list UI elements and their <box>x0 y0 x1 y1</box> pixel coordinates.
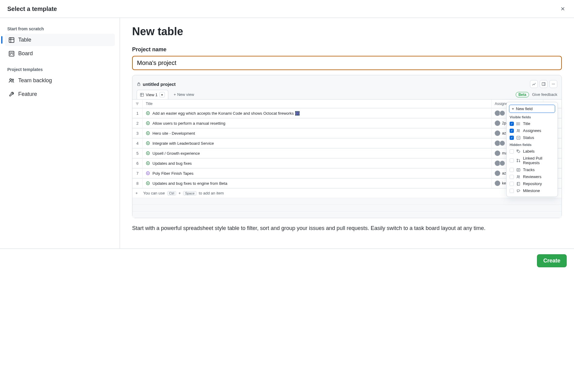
tools-icon <box>9 91 15 97</box>
new-field-button[interactable]: + New field <box>509 105 555 113</box>
row-number: 1 <box>132 109 143 118</box>
svg-point-43 <box>517 129 518 130</box>
field-labels[interactable]: Labels <box>509 148 555 155</box>
filter-icon[interactable] <box>132 100 143 108</box>
svg-point-12 <box>552 84 552 84</box>
create-button[interactable]: Create <box>537 254 567 267</box>
title-cell[interactable]: Allow users to perform a manual resettin… <box>143 119 492 128</box>
checkbox-icon[interactable]: ✓ <box>510 136 514 140</box>
field-milestone[interactable]: Milestone <box>509 187 555 194</box>
people-icon <box>516 175 521 179</box>
close-icon[interactable] <box>559 5 567 13</box>
list-icon <box>516 122 521 126</box>
table-row[interactable]: 8Updates and bug fixes to engine from Be… <box>132 178 562 188</box>
checkbox-icon[interactable]: ✓ <box>510 122 514 126</box>
sidebar-item-table[interactable]: Table <box>5 34 115 46</box>
checkbox-icon[interactable] <box>510 175 514 179</box>
kbd-ctrl: Ctrl <box>167 191 176 195</box>
avatar <box>500 161 505 166</box>
give-feedback-link[interactable]: Give feedback <box>532 92 557 97</box>
table-row[interactable]: 6Updates and bug fixesazenMatt and j0s <box>132 158 562 168</box>
title-cell[interactable]: Hero site - Development <box>143 129 492 138</box>
project-name-label: Project name <box>132 46 562 53</box>
checkbox-icon[interactable] <box>510 158 514 163</box>
plus-icon: + <box>135 191 138 195</box>
table-row[interactable]: 3Hero site - DevelopmentazenMatt <box>132 128 562 138</box>
issue-open-icon <box>146 121 150 125</box>
panel-icon[interactable] <box>540 80 548 88</box>
table-row[interactable]: 7Poly Fiber Finish TapesazenMatt <box>132 168 562 178</box>
add-item-row[interactable]: + You can use Ctrl + Space to add an ite… <box>132 188 562 198</box>
field-tracks[interactable]: Tracks <box>509 166 555 173</box>
svg-rect-0 <box>9 37 14 42</box>
avatar <box>495 171 500 176</box>
preview-project-title: untitled project <box>143 82 176 87</box>
people-icon <box>516 129 521 133</box>
svg-point-42 <box>517 124 517 125</box>
col-title[interactable]: Title <box>143 100 492 108</box>
svg-rect-50 <box>517 168 520 171</box>
sidebar-item-label: Board <box>18 50 33 57</box>
field-label: Labels <box>523 149 535 154</box>
tab-view-1[interactable]: View 1 ▾ <box>137 90 168 99</box>
field-title[interactable]: ✓ Title <box>509 120 555 127</box>
sidebar-item-board[interactable]: Board <box>5 47 115 60</box>
row-number: 2 <box>132 119 143 128</box>
template-description: Start with a powerful spreadsheet style … <box>132 224 562 232</box>
field-label: Linked Pull Requests <box>523 156 555 165</box>
svg-point-30 <box>147 153 149 154</box>
checkbox-icon[interactable] <box>510 189 514 193</box>
svg-rect-45 <box>517 136 520 139</box>
title-cell[interactable]: Updates and bug fixes <box>143 159 492 168</box>
title-cell[interactable]: Add an easter egg which accepts the Kona… <box>143 109 492 118</box>
new-view-button[interactable]: + New view <box>171 90 196 99</box>
row-number: 7 <box>132 169 143 178</box>
kebab-icon[interactable] <box>549 80 557 88</box>
avatar <box>495 150 500 156</box>
insights-icon[interactable] <box>530 80 538 88</box>
checkbox-icon[interactable] <box>510 182 514 186</box>
board-icon <box>9 51 15 57</box>
chevron-down-icon[interactable]: ▾ <box>159 92 165 97</box>
title-cell[interactable]: Poly Fiber Finish Tapes <box>143 169 492 178</box>
field-reviewers[interactable]: Reviewers <box>509 173 555 180</box>
avatar <box>495 120 500 126</box>
avatar <box>495 181 500 186</box>
table-row[interactable]: 2Allow users to perform a manual resetti… <box>132 118 562 128</box>
svg-point-40 <box>517 122 517 123</box>
project-name-input[interactable] <box>132 56 562 70</box>
issue-open-icon <box>146 111 150 115</box>
title-cell[interactable]: Integrate with Leaderboard Service <box>143 139 492 148</box>
repo-icon <box>516 182 521 186</box>
svg-rect-9 <box>138 84 140 86</box>
row-number: 5 <box>132 149 143 158</box>
avatar <box>500 140 505 146</box>
new-field-label: New field <box>516 106 533 111</box>
table-row[interactable]: 5Upsell / Growth experiencemariorod <box>132 148 562 158</box>
field-assignees[interactable]: ✓ Assignees <box>509 127 555 134</box>
row-number: 4 <box>132 139 143 148</box>
svg-rect-15 <box>140 93 144 96</box>
issue-open-icon <box>146 161 150 165</box>
table-row[interactable]: 4Integrate with Leaderboard Servicedusav… <box>132 138 562 148</box>
title-cell[interactable]: Updates and bug fixes to engine from Bet… <box>143 179 492 188</box>
sidebar-item-feature[interactable]: Feature <box>5 88 115 100</box>
svg-point-54 <box>519 176 520 177</box>
svg-point-32 <box>147 163 149 164</box>
table-row[interactable]: 1Add an easter egg which accepts the Kon… <box>132 108 562 118</box>
sidebar-item-team-backlog[interactable]: Team backlog <box>5 74 115 87</box>
title-cell[interactable]: Upsell / Growth experience <box>143 149 492 158</box>
dialog-title: Select a template <box>7 5 57 12</box>
main-content: New table Project name untitled project <box>120 18 574 248</box>
field-status[interactable]: ✓ Status <box>509 134 555 141</box>
checkbox-icon[interactable] <box>510 168 514 172</box>
svg-point-47 <box>517 159 518 160</box>
field-repository[interactable]: Repository <box>509 180 555 187</box>
new-view-label: New view <box>177 92 194 97</box>
checkbox-icon[interactable]: ✓ <box>510 129 514 133</box>
issue-open-icon <box>146 131 150 135</box>
field-label: Milestone <box>523 188 540 193</box>
field-linked-prs[interactable]: Linked Pull Requests <box>509 155 555 166</box>
issue-open-icon <box>146 151 150 155</box>
checkbox-icon[interactable] <box>510 149 514 154</box>
